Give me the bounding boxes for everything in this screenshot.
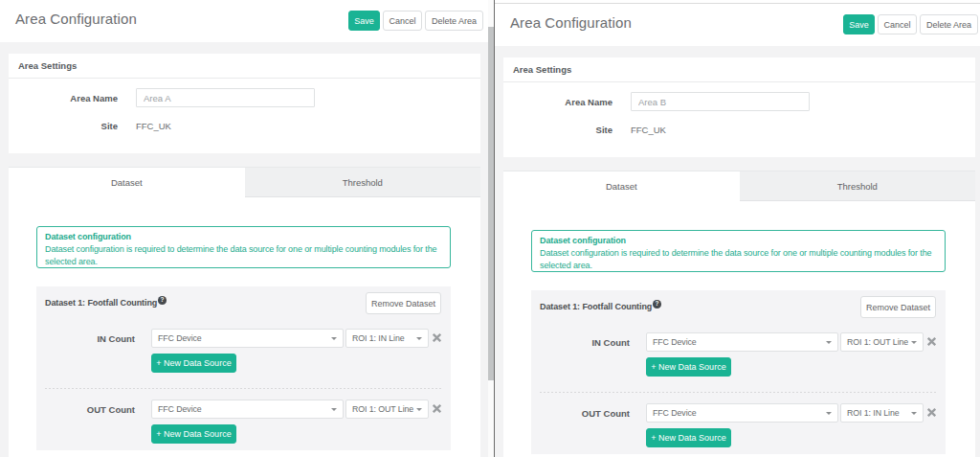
new-data-source-button-in[interactable]: + New Data Source [151,354,236,373]
out-device-select[interactable]: FFC Device [646,403,838,423]
cancel-button[interactable]: Cancel [878,14,917,34]
row-separator [45,388,442,389]
out-count-label: OUT Count [553,408,630,419]
remove-out-source-icon[interactable] [433,404,441,413]
out-device-select[interactable]: FFC Device [151,400,344,419]
info-title: Dataset configuration [45,231,442,243]
page-header: Area Configuration Save Cancel Delete Ar… [0,0,488,42]
header-buttons: Save Cancel Delete Area [348,11,483,31]
remove-in-source-icon[interactable] [433,333,441,342]
chevron-down-icon [911,341,917,344]
dataset-tab-content: Dataset configuration Dataset configurat… [9,197,480,457]
remove-dataset-button[interactable]: Remove Dataset [860,296,936,318]
new-data-source-button-in[interactable]: + New Data Source [646,357,731,377]
page-title: Area Configuration [510,14,632,32]
site-label: Site [32,121,118,131]
delete-area-button[interactable]: Delete Area [425,11,483,31]
area-settings-heading: Area Settings [9,54,480,79]
in-count-label: IN Count [58,333,135,344]
tab-threshold[interactable]: Threshold [740,171,976,201]
save-button[interactable]: Save [843,14,875,34]
new-data-source-button-out[interactable]: + New Data Source [151,424,236,444]
dataset-1-box: Dataset 1: Footfall Counting? Remove Dat… [36,286,451,450]
info-body: Dataset configuration is required to det… [45,244,436,266]
in-device-select[interactable]: FFC Device [151,329,344,348]
out-count-label: OUT Count [58,404,135,415]
area-name-label: Area Name [32,93,118,103]
remove-out-source-icon[interactable] [927,408,936,417]
in-device-select[interactable]: FFC Device [646,332,838,352]
tabs-bar: Dataset Threshold [9,167,480,197]
tabs-bar: Dataset Threshold [503,171,975,201]
chevron-down-icon [911,412,917,415]
in-roi-select[interactable]: ROI 1: OUT Line [840,332,924,352]
chevron-down-icon [416,337,422,340]
area-settings-heading: Area Settings [503,57,975,82]
row-separator [540,392,937,393]
info-body: Dataset configuration is required to det… [540,248,931,270]
site-label: Site [526,125,612,135]
dataset-configuration-info: Dataset configuration Dataset configurat… [36,226,451,268]
dataset-tab-content: Dataset configuration Dataset configurat… [503,201,975,457]
chevron-down-icon [826,341,832,344]
tab-dataset[interactable]: Dataset [503,171,740,201]
delete-area-button[interactable]: Delete Area [920,14,978,34]
dataset-1-title: Dataset 1: Footfall Counting? [540,300,661,312]
remove-in-source-icon[interactable] [927,337,936,346]
page-header: Area Configuration Save Cancel Delete Ar… [495,4,980,46]
help-icon[interactable]: ? [653,300,661,308]
chevron-down-icon [331,337,337,340]
out-roi-select[interactable]: ROI 1: IN Line [840,403,924,423]
info-title: Dataset configuration [540,235,937,247]
in-roi-select[interactable]: ROI 1: IN Line [345,329,429,348]
area-name-label: Area Name [526,97,612,107]
dataset-configuration-info: Dataset configuration Dataset configurat… [531,230,946,272]
page-title: Area Configuration [15,11,137,28]
tab-dataset[interactable]: Dataset [9,168,245,197]
site-value: FFC_UK [136,121,171,131]
dataset-1-box: Dataset 1: Footfall Counting? Remove Dat… [531,290,946,454]
header-buttons: Save Cancel Delete Area [843,14,978,34]
site-value: FFC_UK [631,125,666,135]
cancel-button[interactable]: Cancel [383,11,422,31]
save-button[interactable]: Save [348,11,380,31]
area-config-window-right: Area Configuration Save Cancel Delete Ar… [495,0,980,457]
chevron-down-icon [416,408,422,411]
chevron-down-icon [826,412,832,415]
area-config-window-left: Area Configuration Save Cancel Delete Ar… [0,0,488,457]
new-data-source-button-out[interactable]: + New Data Source [646,428,731,447]
remove-dataset-button[interactable]: Remove Dataset [366,292,441,314]
chevron-down-icon [331,408,337,411]
area-name-input[interactable] [136,88,315,107]
area-name-input[interactable] [631,92,810,111]
dataset-1-title: Dataset 1: Footfall Counting? [45,296,167,308]
help-icon[interactable]: ? [158,296,167,305]
in-count-label: IN Count [553,337,630,348]
out-roi-select[interactable]: ROI 1: OUT Line [345,400,429,419]
tab-threshold[interactable]: Threshold [245,168,481,197]
